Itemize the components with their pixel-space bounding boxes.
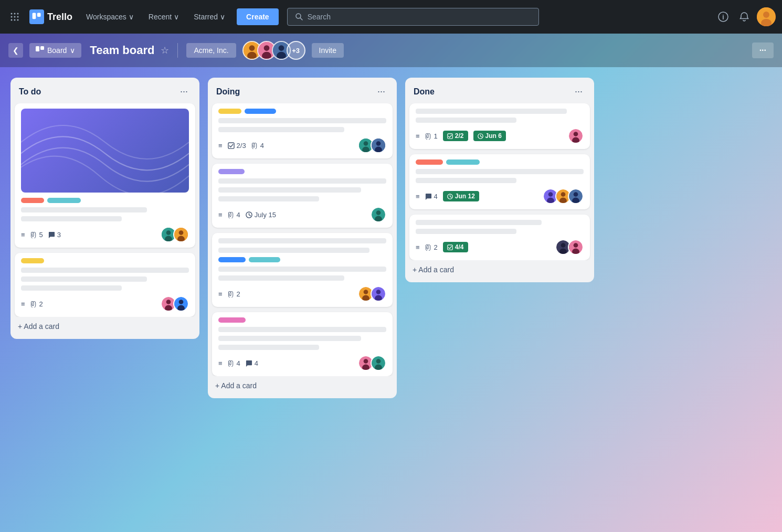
svg-rect-9: [33, 13, 36, 19]
add-card-todo[interactable]: + Add a card: [10, 317, 199, 339]
card-avatar-2: [173, 227, 189, 242]
svg-text:i: i: [722, 14, 724, 21]
svg-rect-10: [37, 13, 41, 17]
svg-point-57: [375, 295, 382, 302]
star-button[interactable]: ☆: [161, 45, 169, 56]
svg-point-39: [179, 300, 184, 304]
board-title: Team board: [90, 44, 154, 57]
column-done-title: Done: [414, 87, 435, 97]
starred-menu[interactable]: Starred ∨: [188, 9, 230, 24]
search-bar[interactable]: Search: [287, 8, 539, 26]
checks: 2/3: [228, 142, 246, 150]
card-text-lines: [416, 109, 584, 123]
member-avatars: +3: [242, 41, 305, 60]
attachments: 1: [425, 132, 438, 140]
column-doing-menu[interactable]: ···: [374, 85, 388, 98]
svg-point-78: [572, 198, 579, 204]
svg-point-7: [14, 19, 16, 21]
label-row: [21, 258, 189, 263]
sidebar-toggle[interactable]: ❮: [8, 43, 23, 58]
logo-text: Trello: [47, 12, 72, 23]
card-todo-1[interactable]: ≡ 5 3: [15, 103, 195, 248]
recent-menu[interactable]: Recent ∨: [143, 9, 184, 24]
badge-checks: 2/2: [443, 131, 468, 141]
card-image: [21, 109, 189, 193]
card-doing-3[interactable]: ≡ 2: [212, 233, 393, 307]
svg-point-74: [561, 192, 566, 197]
label-row: [21, 198, 189, 203]
card-meta: ≡ 4 July 15: [218, 211, 276, 219]
label-blue: [218, 257, 246, 262]
svg-point-1: [14, 13, 16, 15]
svg-point-56: [376, 290, 381, 294]
notifications-button[interactable]: [736, 8, 753, 25]
svg-point-44: [362, 147, 369, 153]
card-footer: ≡ 1 2/2 Jun 6: [416, 128, 584, 144]
card-footer: ≡ 5 3: [21, 227, 189, 242]
svg-point-60: [362, 365, 369, 371]
list-icon: ≡: [416, 132, 420, 140]
card-avatar-1: [568, 128, 584, 144]
card-footer: ≡ 2/3 4: [218, 137, 386, 153]
attachments: 2: [425, 243, 438, 251]
label-teal: [446, 159, 480, 165]
badge-date: Jun 6: [473, 131, 506, 141]
svg-point-50: [376, 210, 381, 215]
logo[interactable]: Trello: [29, 9, 72, 24]
column-done-menu[interactable]: ···: [572, 85, 586, 98]
svg-point-25: [262, 52, 271, 60]
attachments: 2: [30, 300, 43, 308]
card-avatar-2: [371, 355, 386, 371]
card-avatar-3: [568, 188, 584, 204]
svg-point-46: [376, 141, 381, 146]
card-footer: ≡ 4 Jun 12: [416, 188, 584, 204]
card-meta: ≡ 2 4/4: [416, 242, 468, 252]
info-button[interactable]: i: [715, 8, 732, 25]
label-yellow: [21, 258, 44, 263]
svg-point-3: [11, 16, 13, 18]
invite-button[interactable]: Invite: [312, 43, 344, 58]
member-count[interactable]: +3: [287, 41, 305, 60]
add-card-doing[interactable]: + Add a card: [208, 376, 397, 398]
card-meta: ≡ 2: [218, 290, 240, 298]
search-placeholder: Search: [308, 13, 331, 21]
grid-icon[interactable]: [6, 8, 23, 25]
workspace-button[interactable]: Acme, Inc.: [186, 43, 236, 58]
list-icon: ≡: [416, 193, 420, 200]
card-avatar-2: [371, 137, 386, 153]
column-todo-menu[interactable]: ···: [177, 85, 191, 98]
card-doing-1[interactable]: ≡ 2/3 4: [212, 103, 393, 158]
label-row: [218, 169, 386, 174]
add-card-done[interactable]: + Add a card: [405, 260, 594, 282]
card-done-1[interactable]: ≡ 1 2/2 Jun 6: [409, 103, 590, 149]
card-done-2[interactable]: ≡ 4 Jun 12: [409, 154, 590, 209]
card-todo-2[interactable]: ≡ 2: [15, 253, 195, 317]
badge-date: Jun 12: [443, 191, 479, 201]
card-avatar-2: [568, 239, 584, 255]
card-meta: ≡ 2/3 4: [218, 142, 264, 150]
svg-point-47: [375, 147, 382, 153]
create-button[interactable]: Create: [237, 8, 279, 25]
list-icon: ≡: [218, 142, 223, 150]
label-pink: [21, 198, 44, 203]
badge-checks: 4/4: [443, 242, 468, 252]
card-doing-4[interactable]: ≡ 4 4: [212, 312, 393, 376]
more-options-button[interactable]: ···: [752, 42, 774, 58]
board-view-button[interactable]: Board ∨: [29, 43, 81, 58]
workspaces-menu[interactable]: Workspaces ∨: [81, 9, 139, 24]
list-icon: ≡: [218, 290, 223, 298]
svg-point-67: [574, 132, 578, 136]
user-avatar[interactable]: [757, 7, 776, 26]
svg-line-12: [300, 18, 302, 20]
card-doing-2[interactable]: ≡ 4 July 15: [212, 164, 393, 228]
label-row: [218, 257, 386, 262]
svg-point-21: [249, 45, 255, 51]
attachments: 2: [228, 290, 240, 298]
svg-point-8: [17, 19, 19, 21]
card-text-lines: [416, 220, 584, 234]
svg-point-82: [559, 249, 567, 255]
list-icon: ≡: [21, 300, 25, 308]
svg-point-36: [166, 300, 171, 304]
svg-rect-41: [228, 142, 234, 148]
card-done-3[interactable]: ≡ 2 4/4: [409, 215, 590, 260]
